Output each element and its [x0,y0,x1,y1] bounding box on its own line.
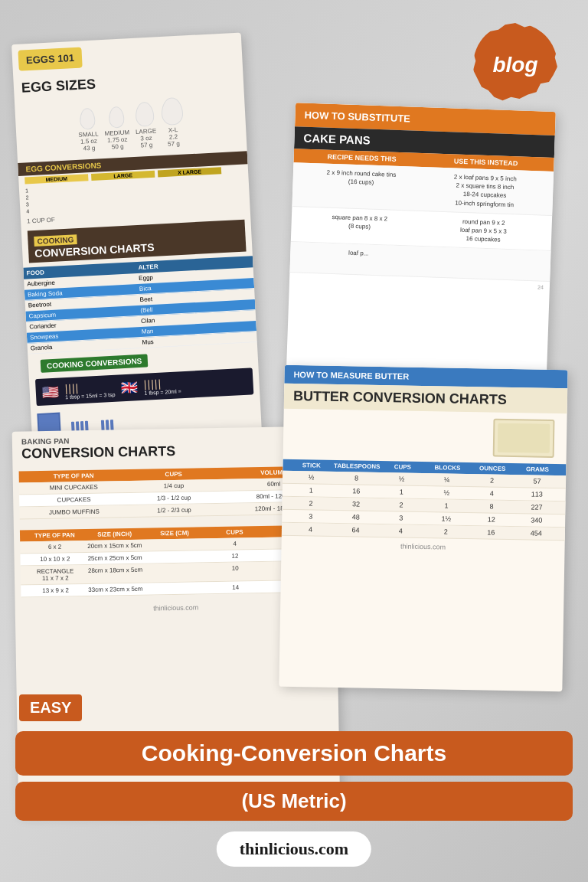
sub-row2-col2: round pan 9 x 2loaf pan 9 x 5 x 316 cupc… [421,216,546,246]
uk-conv-text: 1 tbsp = 20ml = [144,388,181,396]
egg-icon-large [136,102,155,127]
sub-row3-col1: loaf p... [296,247,421,273]
main-title-badge: Cooking-Conversion Charts [15,731,573,776]
sub-row2-col1: square pan 8 x 8 x 2(8 cups) [297,211,422,241]
sub-title-badge: (US Metric) [15,782,573,821]
substitute-header2-text: CAKE PANS [303,132,371,147]
egg-medium: MEDIUM 1.75 oz 50 g [103,106,130,151]
egg-icon-medium [108,106,124,129]
butter-block-icon [493,419,555,458]
sub-row1-col1: 2 x 9 inch round cake tins(16 cups) [299,167,423,205]
us-flag-icon: 🇺🇸 [41,383,59,400]
sub-row3-col2 [420,251,545,276]
website-pill: thinlicious.com [217,831,371,867]
egg-small: SMALL 1.5 oz 43 g [77,108,100,152]
bottom-labels: Cooking-Conversion Charts (US Metric) [15,731,573,821]
egg-xl: X-L 2.2 57 g [161,97,185,148]
egg-icon-small [80,108,96,130]
butter-card: HOW TO MEASURE BUTTER BUTTER CONVERSION … [279,365,567,691]
eggs-label: EGGS 101 [18,47,82,70]
egg-icon-xl [161,97,184,126]
blog-badge-text: blog [492,53,537,77]
sub-col2-header: USE THIS INSTEAD [423,156,547,168]
egg-large: LARGE 3 oz 57 g [134,102,157,149]
uk-flag-icon: 🇬🇧 [121,379,139,397]
sub-col1-header: RECIPE NEEDS THIS [300,152,424,164]
sub-title-text: (US Metric) [31,789,557,813]
cooking-conv-box: COOKING CONVERSION CHARTS [28,220,247,263]
substitute-header1-text: HOW TO SUBSTITUTE [304,109,410,125]
website-text: thinlicious.com [240,839,348,858]
page-background: blog EGGS 101 EGG SIZES SMALL 1.5 oz 43 … [0,0,588,882]
blog-badge: blog [473,23,557,107]
sub-row1-col2: 2 x loaf pans 9 x 5 inch2 x square tins … [423,172,547,210]
eggs-card: EGGS 101 EGG SIZES SMALL 1.5 oz 43 g MED… [11,33,264,488]
main-title-text: Cooking-Conversion Charts [31,740,557,766]
cooking-conversions-label: COOKING CONVERSIONS [41,354,149,372]
easy-badge: EASY [19,694,82,721]
egg-sizes-row: SMALL 1.5 oz 43 g MEDIUM 1.75 oz 50 g LA… [15,87,247,158]
